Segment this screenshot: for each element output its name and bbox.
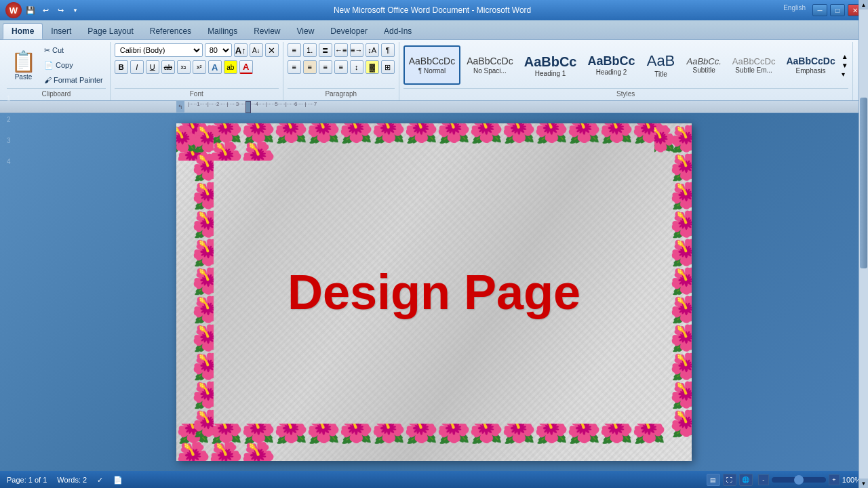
paste-button[interactable]: 📋 Paste <box>7 48 40 82</box>
style-heading1[interactable]: AaBbCc Heading 1 <box>519 45 582 85</box>
zoom-in-btn[interactable]: + <box>829 474 840 485</box>
tab-view[interactable]: View <box>289 23 323 39</box>
format-painter-button[interactable]: 🖌 Format Painter <box>41 73 106 87</box>
style-normal[interactable]: AaBbCcDc ¶ Normal <box>403 45 460 85</box>
vertical-scrollbar[interactable]: ▲ ▼ <box>859 113 868 471</box>
font-color-btn[interactable]: A <box>239 60 253 74</box>
font-family-row: Calibri (Body) 80 A↑ A↓ ✕ <box>115 43 279 57</box>
font-clear-btn[interactable]: ✕ <box>265 43 279 57</box>
design-page-heading[interactable]: Design Page <box>288 264 580 320</box>
underline-btn[interactable]: U <box>146 60 159 74</box>
styles-scroll-up[interactable]: ▲ <box>842 53 848 60</box>
list-row: ≡ 1. ≣ ←≡ ≡→ ↕A ¶ <box>288 43 395 57</box>
scroll-thumb[interactable] <box>860 113 867 268</box>
lang-indicator: English <box>783 4 806 16</box>
style-normal-label: ¶ Normal <box>418 67 446 75</box>
font-grow-btn[interactable]: A↑ <box>234 43 248 57</box>
maximize-btn[interactable]: □ <box>830 4 845 16</box>
spell-check-icon: ✓ <box>97 476 103 485</box>
styles-scroll: ▲ ▼ ▾ <box>842 53 848 78</box>
undo-quick-btn[interactable]: ↩ <box>39 4 52 16</box>
style-normal-preview: AaBbCcDc <box>409 56 455 67</box>
top-flowers: 🌺🌺🌺🌺🌺🌺🌺🌺🌺🌺🌺🌺🌺🌺🌺🌺🌺🌺 <box>176 123 692 161</box>
subscript-btn[interactable]: x₂ <box>177 60 191 74</box>
numbering-btn[interactable]: 1. <box>303 43 317 57</box>
save-quick-btn[interactable]: 💾 <box>24 4 37 16</box>
show-formatting-btn[interactable]: ¶ <box>381 43 395 57</box>
tab-insert[interactable]: Insert <box>43 23 79 39</box>
tab-mailings[interactable]: Mailings <box>199 23 245 39</box>
minimize-btn[interactable]: ─ <box>812 4 827 16</box>
tab-home[interactable]: Home <box>3 23 43 39</box>
document-page[interactable]: 🌺🌺🌺🌺🌺🌺🌺🌺🌺🌺🌺🌺🌺🌺🌺🌺🌺🌺 🌺🌺🌺🌺🌺🌺🌺🌺🌺🌺🌺🌺🌺🌺🌺🌺🌺🌺 🌺🌺… <box>176 123 692 461</box>
strikethrough-btn[interactable]: ab <box>161 60 175 74</box>
style-emphasis-label: Emphasis <box>796 67 826 75</box>
quick-access-dropdown[interactable]: ▼ <box>69 4 81 16</box>
style-subtle-emphasis[interactable]: AaBbCcDc Subtle Em... <box>728 45 781 85</box>
tab-developer[interactable]: Developer <box>322 23 376 39</box>
style-title-preview: AaB <box>647 52 675 70</box>
shading-btn[interactable]: ▓ <box>366 60 379 74</box>
ribbon-content: 📋 Paste ✂ Cut 📄 Copy 🖌 <box>0 39 868 100</box>
copy-button[interactable]: 📄 Copy <box>41 58 106 72</box>
status-right: ▤ ⛶ 🌐 - + 100% <box>707 474 861 486</box>
align-left-btn[interactable]: ≡ <box>288 60 301 74</box>
ruler-tab-stop[interactable] <box>245 101 251 113</box>
status-left: Page: 1 of 1 Words: 2 ✓ 📄 <box>7 476 123 485</box>
font-family-select[interactable]: Calibri (Body) <box>115 43 203 57</box>
align-row: ≡ ≡ ≡ ≡ ↕ ▓ ⊞ <box>288 60 395 74</box>
document-content[interactable]: Design Page <box>176 123 692 461</box>
clipboard-group: 📋 Paste ✂ Cut 📄 Copy 🖌 <box>3 42 111 100</box>
cut-button[interactable]: ✂ Cut <box>41 43 106 57</box>
border-right: 🌺🌺🌺🌺🌺🌺🌺🌺🌺🌺🌺🌺 <box>654 123 692 461</box>
print-layout-btn[interactable]: ▤ <box>707 474 720 486</box>
style-h2-preview: AaBbCc <box>587 54 635 69</box>
multilevel-btn[interactable]: ≣ <box>319 43 332 57</box>
border-bottom: 🌺🌺🌺🌺🌺🌺🌺🌺🌺🌺🌺🌺🌺🌺🌺🌺🌺🌺 <box>176 424 692 461</box>
web-layout-btn[interactable]: 🌐 <box>739 474 753 486</box>
style-subtitle[interactable]: AaBbCc. Subtitle <box>682 45 726 85</box>
increase-indent-btn[interactable]: ≡→ <box>350 43 363 57</box>
tab-review[interactable]: Review <box>245 23 288 39</box>
format-painter-icon: 🖌 <box>44 76 52 84</box>
style-no-spacing[interactable]: AaBbCcDc No Spaci... <box>462 45 517 85</box>
highlight-btn[interactable]: ab <box>224 60 237 74</box>
font-size-select[interactable]: 80 <box>205 43 232 57</box>
align-center-btn[interactable]: ≡ <box>303 60 317 74</box>
tab-add-ins[interactable]: Add-Ins <box>376 23 420 39</box>
styles-scroll-down[interactable]: ▼ <box>842 62 848 69</box>
font-content: Calibri (Body) 80 A↑ A↓ ✕ B I U ab x₂ x² <box>115 43 279 87</box>
italic-btn[interactable]: I <box>130 60 144 74</box>
style-emphasis[interactable]: AaBbCcDc Emphasis <box>781 45 840 85</box>
office-logo[interactable]: W <box>5 2 22 18</box>
full-screen-btn[interactable]: ⛶ <box>723 474 736 486</box>
zoom-out-btn[interactable]: - <box>758 474 769 485</box>
bold-btn[interactable]: B <box>115 60 128 74</box>
decrease-indent-btn[interactable]: ←≡ <box>334 43 348 57</box>
styles-group: AaBbCcDc ¶ Normal AaBbCcDc No Spaci... A… <box>399 42 853 100</box>
zoom-thumb[interactable] <box>794 475 804 485</box>
zoom-slider[interactable] <box>772 477 826 483</box>
line-spacing-btn[interactable]: ↕ <box>350 60 363 74</box>
style-title[interactable]: AaB Title <box>642 45 681 85</box>
copy-icon: 📄 <box>44 61 54 70</box>
style-h2-label: Heading 2 <box>596 68 627 76</box>
redo-quick-btn[interactable]: ↪ <box>54 4 66 16</box>
bullets-btn[interactable]: ≡ <box>288 43 301 57</box>
styles-scroll-more[interactable]: ▾ <box>842 70 848 78</box>
sort-btn[interactable]: ↕A <box>366 43 379 57</box>
tab-references[interactable]: References <box>142 23 199 39</box>
bottom-flowers: 🌺🌺🌺🌺🌺🌺🌺🌺🌺🌺🌺🌺🌺🌺🌺🌺🌺🌺 <box>176 424 692 461</box>
clipboard-label: Clipboard <box>7 88 106 99</box>
font-shrink-btn[interactable]: A↓ <box>250 43 263 57</box>
margin-indicators: 1234 <box>7 113 11 165</box>
text-effects-btn[interactable]: A <box>208 60 222 74</box>
tab-page-layout[interactable]: Page Layout <box>79 23 141 39</box>
justify-btn[interactable]: ≡ <box>334 60 348 74</box>
ruler-corner[interactable]: ↰ <box>176 101 184 113</box>
style-heading2[interactable]: AaBbCc Heading 2 <box>583 45 639 85</box>
ruler-marks: |·····1·····|·····2·····|·····3·····|···… <box>184 101 700 113</box>
align-right-btn[interactable]: ≡ <box>319 60 332 74</box>
borders-btn[interactable]: ⊞ <box>381 60 395 74</box>
superscript-btn[interactable]: x² <box>193 60 206 74</box>
